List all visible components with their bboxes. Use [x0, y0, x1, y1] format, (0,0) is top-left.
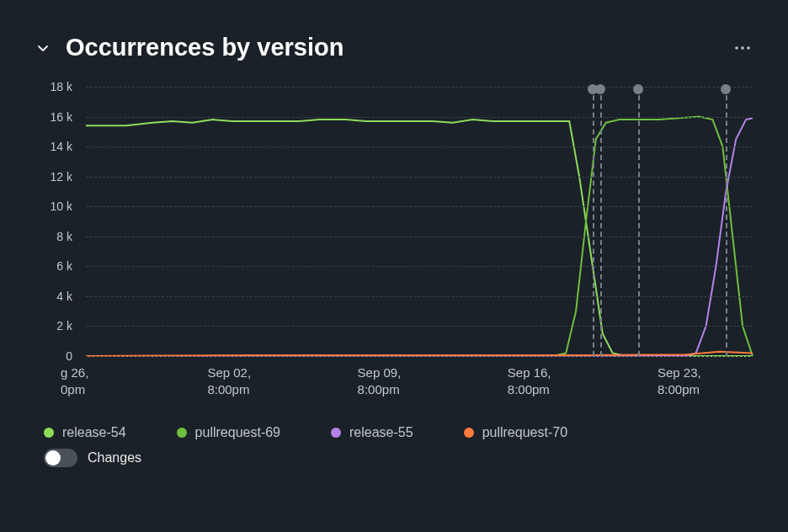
grid-line [86, 117, 753, 118]
panel-title: Occurrences by version [66, 34, 343, 61]
grid-line [86, 87, 753, 88]
y-tick-label: 6 k [56, 259, 72, 273]
y-tick-label: 12 k [51, 170, 72, 184]
grid-line [86, 326, 753, 327]
y-tick-label: 4 k [56, 290, 72, 303]
event-marker-line [638, 87, 640, 356]
legend-item[interactable]: release-54 [44, 425, 126, 440]
svg-point-1 [741, 46, 744, 50]
grid-line [86, 266, 753, 267]
panel-header: Occurrences by version [35, 34, 753, 61]
x-tick-label: g 26,0pm [61, 364, 88, 399]
legend-swatch [177, 428, 187, 438]
legend-swatch [464, 428, 474, 438]
svg-point-2 [747, 46, 750, 50]
more-options-button[interactable] [732, 38, 753, 58]
changes-toggle-label: Changes [88, 450, 141, 466]
collapse-toggle[interactable] [35, 40, 51, 56]
plot-area [86, 87, 753, 356]
event-marker-dot [633, 84, 643, 94]
legend-item[interactable]: pullrequest-70 [464, 425, 567, 440]
changes-toggle[interactable] [44, 449, 77, 467]
ellipsis-icon [734, 45, 751, 51]
chart-panel: Occurrences by version 18 k16 k14 k12 k1… [0, 0, 788, 484]
legend-item[interactable]: release-55 [331, 425, 413, 440]
legend-item[interactable]: pullrequest-69 [177, 425, 280, 440]
toggle-knob [45, 450, 61, 466]
y-tick-label: 16 k [51, 110, 72, 124]
event-marker-line [593, 87, 594, 356]
legend-label: pullrequest-70 [482, 425, 567, 440]
x-tick-label: Sep 09,8:00pm [358, 364, 402, 399]
y-axis: 18 k16 k14 k12 k10 k8 k6 k4 k2 k0 [35, 87, 77, 356]
grid-line [86, 146, 753, 147]
series-line [86, 120, 753, 356]
event-marker-line [600, 87, 602, 356]
svg-point-0 [735, 46, 738, 50]
changes-toggle-row: Changes [35, 440, 753, 467]
legend-label: release-55 [349, 425, 413, 440]
legend-swatch [44, 428, 54, 438]
header-left: Occurrences by version [35, 34, 343, 61]
grid-line [86, 356, 753, 357]
chevron-down-icon [36, 41, 50, 55]
y-tick-label: 8 k [56, 230, 72, 243]
event-marker-dot [595, 84, 605, 94]
x-tick-label: Sep 23,8:00pm [658, 364, 701, 399]
y-tick-label: 18 k [51, 80, 72, 93]
legend-swatch [331, 428, 341, 438]
legend-label: pullrequest-69 [195, 425, 280, 440]
grid-line [86, 206, 753, 207]
x-tick-label: Sep 16,8:00pm [508, 364, 551, 399]
event-marker-dot [721, 84, 731, 94]
legend-label: release-54 [62, 425, 126, 440]
grid-line [86, 237, 753, 237]
chart-area[interactable]: 18 k16 k14 k12 k10 k8 k6 k4 k2 k0 g 26,0… [35, 87, 753, 407]
y-tick-label: 0 [66, 349, 72, 363]
y-tick-label: 10 k [51, 200, 72, 213]
chart-legend: release-54pullrequest-69release-55pullre… [35, 415, 753, 440]
grid-line [86, 296, 753, 297]
x-tick-label: Sep 02,8:00pm [207, 364, 251, 399]
y-tick-label: 2 k [56, 319, 72, 332]
y-tick-label: 14 k [51, 140, 72, 153]
event-marker-line [726, 87, 727, 356]
chart-lines [86, 87, 753, 356]
grid-line [86, 177, 753, 178]
